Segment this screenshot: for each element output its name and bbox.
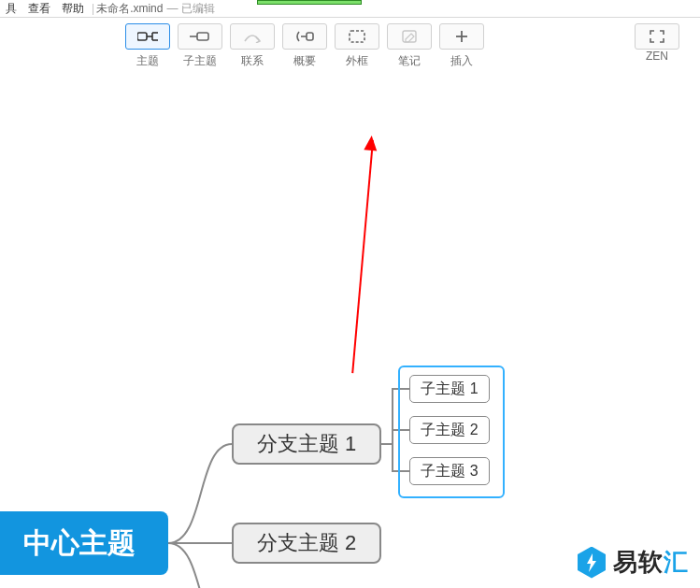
subtopic-1[interactable]: 子主题 1 [409,375,490,403]
central-topic-node[interactable]: 中心主题 [0,511,168,575]
menu-divider: | [92,2,94,15]
topic-icon [125,23,170,50]
note-button[interactable]: 笔记 [383,18,436,69]
annotation-arrow-line [351,140,374,373]
zen-button[interactable]: ZEN [631,18,683,63]
svg-marker-13 [587,553,596,572]
insert-icon [439,23,484,50]
menu-item-view[interactable]: 查看 [22,0,56,18]
summary-icon [282,23,327,50]
zen-label: ZEN [646,50,668,63]
topic-button[interactable]: 主题 [121,18,174,69]
watermark-text-a: 易软 [613,546,664,579]
svg-rect-0 [137,33,147,40]
summary-label: 概要 [293,53,316,69]
subtopic-icon [178,23,222,50]
mindmap-connectors [0,70,700,588]
watermark: 易软汇 [578,546,689,579]
watermark-text-b: 汇 [664,546,689,579]
menu-item-tools[interactable]: 具 [0,0,22,18]
subtopic-2[interactable]: 子主题 2 [409,416,490,444]
window-accent-strip [257,0,362,5]
relation-button[interactable]: 联系 [226,18,279,69]
toolbar: 主题 子主题 联系 概要 外框 [0,18,700,71]
document-filename: 未命名.xmind [96,1,163,17]
toolbar-group: 主题 子主题 联系 概要 外框 [121,18,488,69]
menu-item-help[interactable]: 帮助 [56,0,90,18]
zen-icon [635,23,679,50]
svg-rect-9 [350,31,364,42]
svg-rect-8 [307,33,313,40]
relation-icon [230,23,275,50]
topic-label: 主题 [136,53,159,69]
branch-topic-1[interactable]: 分支主题 1 [232,423,381,465]
insert-label: 插入 [450,53,473,69]
relation-label: 联系 [241,53,264,69]
branch-topic-2[interactable]: 分支主题 2 [232,523,381,564]
mindmap-canvas[interactable]: 中心主题 分支主题 1 分支主题 2 分支主题 3 子主题 1 子主题 2 子主… [0,70,700,588]
watermark-logo-icon [578,547,606,579]
subtopic-label: 子主题 [183,53,217,69]
subtopic-3[interactable]: 子主题 3 [409,457,490,485]
boundary-label: 外框 [346,53,368,69]
note-label: 笔记 [398,53,421,69]
svg-rect-6 [197,33,208,40]
summary-button[interactable]: 概要 [279,18,331,69]
insert-button[interactable]: 插入 [436,18,488,69]
note-icon [387,23,432,50]
document-status: — 已编辑 [166,1,214,17]
boundary-button[interactable]: 外框 [331,18,383,69]
boundary-icon [335,23,379,50]
subtopic-button[interactable]: 子主题 [174,18,226,69]
